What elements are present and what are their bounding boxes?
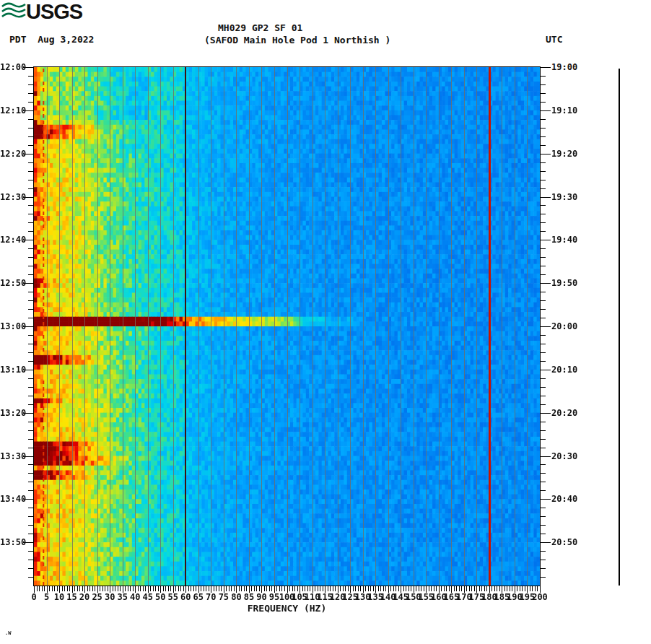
freq-axis-minor-tick bbox=[318, 586, 318, 591]
left-axis-minor-tick bbox=[28, 119, 34, 120]
freq-axis-minor-tick bbox=[284, 586, 285, 591]
right-axis-minor-tick bbox=[540, 180, 546, 180]
left-axis-minor-tick bbox=[28, 188, 34, 189]
left-axis-tick-label: 13:10 bbox=[0, 365, 25, 375]
right-axis-minor-tick bbox=[540, 274, 546, 275]
right-axis-minor-tick bbox=[540, 490, 546, 491]
freq-axis-minor-tick bbox=[138, 586, 139, 591]
freq-axis-minor-tick bbox=[158, 586, 159, 591]
freq-axis-minor-tick bbox=[193, 586, 194, 591]
freq-axis-minor-tick bbox=[348, 586, 349, 591]
right-axis-minor-tick bbox=[540, 508, 546, 508]
freq-axis-minor-tick bbox=[292, 586, 293, 591]
right-axis-tick-label: 19:40 bbox=[551, 235, 577, 245]
right-axis-tick-label: 20:00 bbox=[551, 321, 577, 331]
left-axis-minor-tick bbox=[28, 560, 34, 560]
right-axis-major-tick bbox=[540, 499, 551, 500]
freq-axis-minor-tick bbox=[196, 586, 196, 591]
right-axis-minor-tick bbox=[540, 448, 546, 448]
freq-axis-minor-tick bbox=[484, 586, 485, 591]
right-axis-minor-tick bbox=[540, 318, 546, 318]
left-axis-tick-label: 13:00 bbox=[0, 321, 25, 331]
right-axis-major-tick bbox=[540, 197, 551, 198]
freq-axis-minor-tick bbox=[378, 586, 379, 591]
right-axis-minor-tick bbox=[540, 309, 546, 310]
freq-axis-minor-tick bbox=[128, 586, 128, 591]
freq-axis-minor-tick bbox=[320, 586, 320, 591]
freq-axis-minor-tick bbox=[100, 586, 100, 591]
freq-axis-minor-tick bbox=[421, 586, 421, 591]
freq-axis-minor-tick bbox=[532, 586, 533, 591]
freq-axis-minor-tick bbox=[79, 586, 80, 591]
freq-axis-minor-tick bbox=[178, 586, 179, 591]
freq-axis-minor-tick bbox=[155, 586, 156, 591]
freq-axis-minor-tick bbox=[520, 586, 520, 591]
freq-axis-minor-tick bbox=[276, 586, 277, 591]
right-axis-minor-tick bbox=[540, 102, 546, 103]
freq-axis-minor-tick bbox=[221, 586, 222, 591]
freq-axis-minor-tick bbox=[446, 586, 447, 591]
left-axis-minor-tick bbox=[28, 274, 34, 275]
usgs-logo-text: USGS bbox=[26, 1, 82, 22]
freq-axis-minor-tick bbox=[145, 586, 146, 591]
freq-axis-minor-tick bbox=[416, 586, 416, 591]
freq-axis-minor-tick bbox=[365, 586, 366, 591]
freq-axis-minor-tick bbox=[345, 586, 346, 591]
freq-axis-minor-tick bbox=[449, 586, 450, 591]
freq-axis-tick-label: 90 bbox=[256, 592, 266, 602]
freq-axis-minor-tick bbox=[537, 586, 538, 591]
freq-axis-minor-tick bbox=[69, 586, 70, 591]
right-axis-minor-tick bbox=[540, 335, 546, 336]
freq-axis-tick-label: 70 bbox=[206, 592, 216, 602]
freq-axis-minor-tick bbox=[201, 586, 201, 591]
right-axis-minor-tick bbox=[540, 525, 546, 526]
freq-axis-minor-tick bbox=[393, 586, 394, 591]
left-axis-minor-tick bbox=[28, 404, 34, 405]
left-axis-minor-tick bbox=[28, 464, 34, 465]
freq-axis-minor-tick bbox=[279, 586, 280, 591]
usgs-wave-icon bbox=[1, 1, 26, 22]
freq-axis-minor-tick bbox=[180, 586, 181, 591]
right-axis-minor-tick bbox=[540, 482, 546, 482]
left-axis-minor-tick bbox=[28, 551, 34, 552]
left-axis-minor-tick bbox=[28, 222, 34, 223]
right-axis-minor-tick bbox=[540, 76, 546, 77]
right-axis-minor-tick bbox=[540, 464, 546, 465]
freq-axis-minor-tick bbox=[77, 586, 78, 591]
freq-axis-minor-tick bbox=[204, 586, 204, 591]
freq-axis-minor-tick bbox=[183, 586, 184, 591]
left-timezone-date: PDT Aug 3,2022 bbox=[9, 34, 94, 45]
right-axis-tick-label: 19:50 bbox=[551, 278, 577, 288]
right-axis-minor-tick bbox=[540, 439, 546, 440]
right-axis-minor-tick bbox=[540, 577, 546, 578]
right-axis-minor-tick bbox=[540, 473, 546, 474]
right-axis-minor-tick bbox=[540, 387, 546, 388]
freq-axis-minor-tick bbox=[517, 586, 517, 591]
freq-axis-tick-label: 35 bbox=[117, 592, 127, 602]
left-axis-minor-tick bbox=[28, 577, 34, 578]
left-axis-minor-tick bbox=[28, 231, 34, 232]
freq-axis-minor-tick bbox=[406, 586, 406, 591]
freq-axis-tick-label: 30 bbox=[105, 592, 115, 602]
left-axis-minor-tick bbox=[28, 473, 34, 474]
freq-axis-minor-tick bbox=[471, 586, 472, 591]
right-axis-minor-tick bbox=[540, 257, 546, 258]
freq-axis-minor-tick bbox=[522, 586, 523, 591]
freq-axis-minor-tick bbox=[343, 586, 344, 591]
freq-axis-minor-tick bbox=[266, 586, 267, 591]
freq-axis-minor-tick bbox=[507, 586, 507, 591]
freq-axis-minor-tick bbox=[355, 586, 356, 591]
left-axis-minor-tick bbox=[28, 516, 34, 517]
freq-axis-minor-tick bbox=[95, 586, 95, 591]
freq-axis-minor-tick bbox=[125, 586, 126, 591]
right-axis-major-tick bbox=[540, 110, 551, 111]
left-axis-minor-tick bbox=[28, 309, 34, 310]
right-axis-tick-label: 20:30 bbox=[551, 451, 577, 461]
left-axis-minor-tick bbox=[28, 490, 34, 491]
left-axis-minor-tick bbox=[28, 84, 34, 85]
right-axis-minor-tick bbox=[540, 171, 546, 172]
freq-axis-minor-tick bbox=[398, 586, 399, 591]
right-timezone: UTC bbox=[546, 34, 562, 45]
freq-axis-tick-label: 10 bbox=[54, 592, 64, 602]
freq-axis-minor-tick bbox=[419, 586, 419, 591]
